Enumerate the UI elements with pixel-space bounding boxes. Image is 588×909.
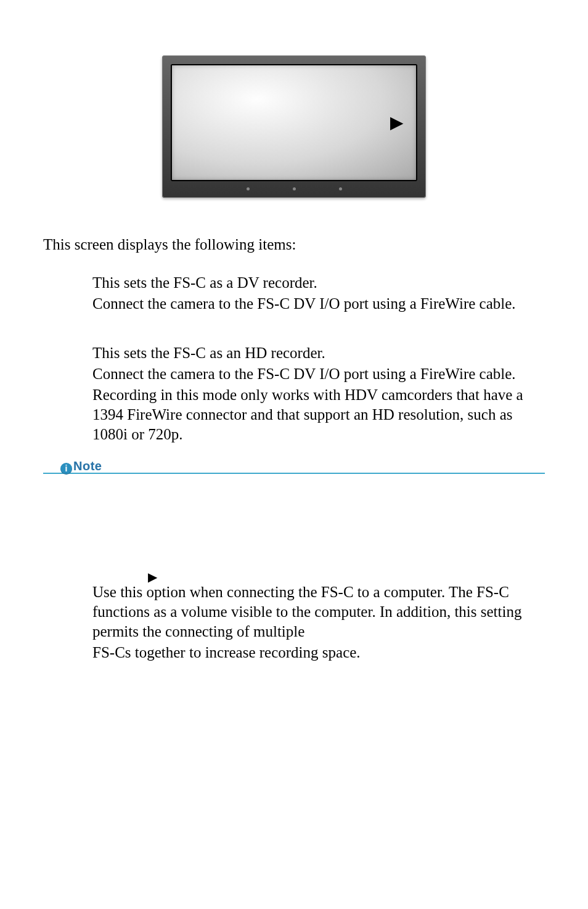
volume-line-1: Use this option when connecting the FS-C… [92, 582, 545, 642]
device-frame: ▶ [162, 55, 426, 198]
note-label: Note [73, 459, 102, 475]
hd-section: This sets the FS-C as an HD recorder. Co… [43, 343, 545, 444]
dv-line-2: Connect the camera to the FS-C DV I/O po… [92, 294, 545, 314]
info-icon: i [60, 463, 72, 475]
device-screen: ▶ [171, 64, 417, 181]
volume-section: Use this option when connecting the FS-C… [43, 566, 545, 662]
play-triangle-icon: ▶ [390, 112, 404, 134]
volume-line-2: FS-Cs together to increase recording spa… [92, 643, 545, 662]
hd-line-3: Recording in this mode only works with H… [92, 385, 545, 444]
hd-line-1: This sets the FS-C as an HD recorder. [92, 343, 545, 363]
dv-section: This sets the FS-C as a DV recorder. Con… [43, 273, 545, 314]
device-illustration: ▶ [43, 55, 545, 198]
note-divider: i Note [43, 457, 545, 474]
play-triangle-icon [92, 566, 545, 582]
intro-text: This screen displays the following items… [43, 235, 545, 255]
device-button-dots [171, 181, 417, 192]
dv-line-1: This sets the FS-C as a DV recorder. [92, 273, 545, 293]
hd-line-2: Connect the camera to the FS-C DV I/O po… [92, 364, 545, 384]
